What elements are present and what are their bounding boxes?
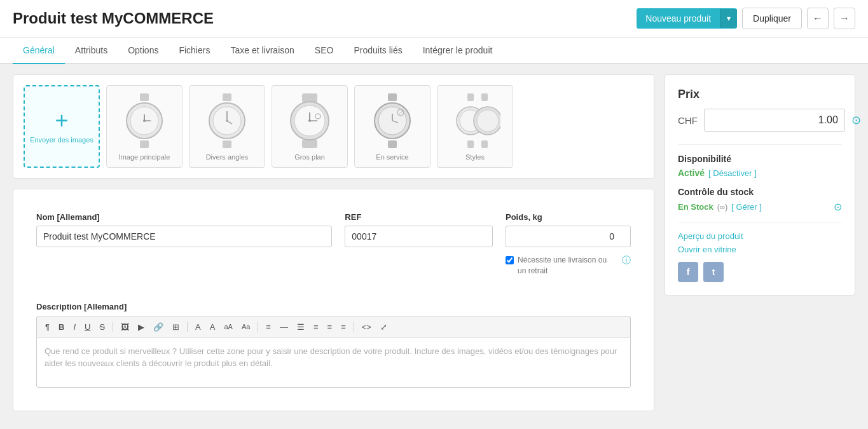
svg-rect-31	[467, 140, 474, 148]
images-card: + Envoyer des images Image principale	[13, 74, 654, 179]
livraison-checkbox[interactable]	[506, 256, 514, 264]
upload-label: Envoyer des images	[30, 136, 93, 144]
tab-seo[interactable]: SEO	[305, 37, 344, 64]
divers-angles-slot[interactable]: Divers angles	[189, 85, 265, 168]
livraison-checkbox-row: Nécessite une livraison ou un retrait ⓘ	[506, 255, 631, 276]
svg-rect-0	[140, 93, 149, 101]
top-actions: Nouveau produit ▾ Dupliquer ← →	[637, 8, 855, 29]
toolbar-bold[interactable]: B	[55, 321, 67, 333]
desactiver-link[interactable]: [ Désactiver ]	[708, 168, 757, 178]
toolbar-case[interactable]: Aa	[238, 322, 253, 332]
svg-point-37	[477, 110, 499, 132]
tab-general[interactable]: Général	[13, 37, 65, 64]
svg-point-21	[308, 119, 311, 122]
tab-integrer[interactable]: Intégrer le produit	[413, 37, 503, 64]
info-icon[interactable]: ⓘ	[622, 255, 631, 266]
watch-service-icon	[367, 92, 418, 149]
svg-rect-14	[302, 93, 317, 102]
apercu-link[interactable]: Aperçu du produit	[678, 231, 842, 241]
watch-styles-icon	[450, 92, 500, 149]
svg-rect-22	[388, 93, 397, 101]
images-section: + Envoyer des images Image principale	[24, 85, 644, 168]
divers-angles-label: Divers angles	[206, 153, 249, 161]
nouveau-produit-dropdown[interactable]: ▾	[720, 9, 737, 28]
toolbar-align-left[interactable]: ≡	[263, 321, 274, 333]
toolbar-source[interactable]: <>	[359, 321, 375, 333]
toolbar-image[interactable]: 🖼	[118, 321, 132, 333]
stock-inf-label: (∞)	[717, 203, 728, 212]
svg-rect-15	[302, 139, 317, 148]
nav-next-button[interactable]: →	[834, 8, 855, 29]
page-title: Produit test MyCOMMERCE	[13, 10, 214, 27]
toolbar-bg-color[interactable]: A	[207, 321, 219, 333]
toolbar-outdent[interactable]: ≡	[324, 321, 336, 333]
livraison-label: Nécessite une livraison ou un retrait	[518, 255, 616, 276]
svg-point-13	[226, 119, 228, 122]
nouveau-produit-button[interactable]: Nouveau produit ▾	[637, 8, 737, 29]
watch-grosplan-icon	[284, 92, 335, 149]
nom-group: Nom [Allemand]	[36, 212, 332, 247]
ref-input[interactable]	[345, 226, 493, 247]
styles-slot[interactable]: Styles	[437, 85, 513, 168]
tab-produits-lies[interactable]: Produits liés	[343, 37, 412, 64]
image-principale-slot[interactable]: Image principale	[106, 85, 183, 168]
toolbar-table[interactable]: ⊞	[169, 321, 183, 333]
tab-fichiers[interactable]: Fichiers	[169, 37, 220, 64]
facebook-button[interactable]: f	[678, 262, 698, 282]
description-label: Description [Allemand]	[36, 302, 631, 311]
description-section: Description [Allemand] ¶ B I U S 🖼 ▶ 🔗 ⊞…	[24, 302, 644, 400]
tab-taxe[interactable]: Taxe et livraison	[220, 37, 304, 64]
poids-label: Poids, kg	[506, 212, 631, 222]
toolbar-fullscreen[interactable]: ⤢	[377, 321, 390, 333]
nav-prev-button[interactable]: ←	[807, 8, 829, 29]
dupliquer-button[interactable]: Dupliquer	[742, 8, 802, 29]
toolbar-italic[interactable]: I	[70, 321, 79, 333]
toolbar-list-unordered[interactable]: ☰	[294, 321, 308, 333]
form-section: Nom [Allemand] REF Poids, kg Nécessite u…	[24, 200, 644, 302]
poids-input[interactable]	[506, 226, 631, 247]
right-card: Prix CHF ⊙ Disponibilité Activé [ Désact…	[665, 74, 855, 296]
price-input[interactable]	[704, 109, 845, 132]
nom-input[interactable]	[36, 226, 332, 247]
prix-row: CHF ⊙	[678, 109, 842, 132]
en-service-slot[interactable]: En service	[354, 85, 431, 168]
twitter-button[interactable]: t	[703, 262, 724, 282]
gros-plan-slot[interactable]: Gros plan	[272, 85, 348, 168]
divider-1	[678, 144, 842, 145]
nouveau-produit-main[interactable]: Nouveau produit	[637, 8, 720, 29]
gerer-link[interactable]: [ Gérer ]	[731, 202, 762, 212]
watch-angles-icon	[202, 92, 252, 149]
ref-group: REF	[345, 212, 493, 247]
upload-slot[interactable]: + Envoyer des images	[24, 85, 100, 168]
prix-title: Prix	[678, 88, 842, 101]
price-chevron-icon[interactable]: ⊙	[851, 113, 861, 127]
svg-point-6	[143, 119, 146, 122]
top-bar: Produit test MyCOMMERCE Nouveau produit …	[0, 0, 868, 37]
editor-toolbar: ¶ B I U S 🖼 ▶ 🔗 ⊞ A A aA Aa ≡	[36, 317, 631, 337]
plus-icon: +	[55, 109, 68, 132]
toolbar-underline[interactable]: U	[81, 321, 93, 333]
toolbar-hr[interactable]: —	[277, 321, 291, 333]
toolbar-sep-3	[258, 322, 258, 332]
styles-label: Styles	[465, 153, 485, 161]
nom-label: Nom [Allemand]	[36, 212, 332, 222]
toolbar-font-color[interactable]: A	[192, 321, 204, 333]
currency-label: CHF	[678, 115, 698, 126]
ref-label: REF	[345, 212, 493, 222]
stock-chevron-icon[interactable]: ⊙	[834, 201, 842, 213]
editor-placeholder: Que rend ce produit si merveilleux ? Uti…	[45, 346, 617, 369]
form-card: Nom [Allemand] REF Poids, kg Nécessite u…	[13, 189, 654, 411]
toolbar-superscript[interactable]: aA	[221, 322, 235, 332]
disponibilite-title: Disponibilité	[678, 154, 842, 164]
toolbar-media[interactable]: ▶	[135, 321, 148, 333]
toolbar-link[interactable]: 🔗	[150, 321, 167, 333]
toolbar-indent[interactable]: ≡	[338, 321, 349, 333]
toolbar-paragraph[interactable]: ¶	[42, 321, 53, 333]
toolbar-list-ordered[interactable]: ≡	[310, 321, 322, 333]
ouvrir-link[interactable]: Ouvrir en vitrine	[678, 245, 842, 254]
product-links: Aperçu du produit Ouvrir en vitrine	[678, 231, 842, 254]
tab-options[interactable]: Options	[118, 37, 169, 64]
editor-area[interactable]: Que rend ce produit si merveilleux ? Uti…	[36, 337, 631, 388]
tab-attributs[interactable]: Attributs	[65, 37, 118, 64]
toolbar-strikethrough[interactable]: S	[96, 321, 108, 333]
